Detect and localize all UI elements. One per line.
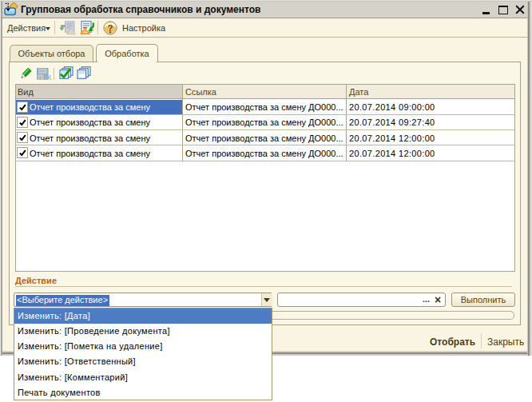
svg-text:?: ? <box>107 23 113 33</box>
svg-text:OK: OK <box>42 74 52 81</box>
